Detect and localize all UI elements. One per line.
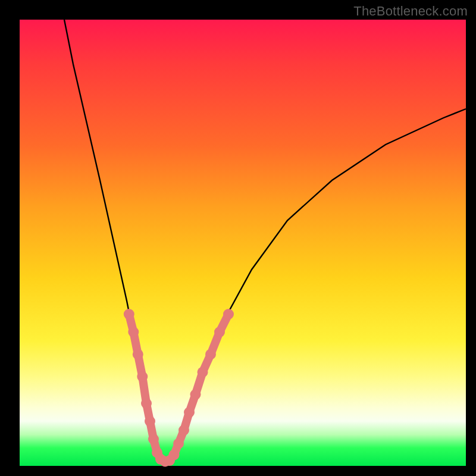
marker-dot [178, 425, 189, 436]
marker-dot [184, 407, 195, 418]
marker-dot [148, 434, 159, 444]
marker-dot [169, 449, 180, 460]
curve-markers [124, 309, 234, 467]
marker-dot [141, 398, 152, 409]
chart-svg [20, 20, 466, 466]
plot-area [20, 20, 466, 466]
marker-dot [124, 309, 134, 320]
curve-line [64, 20, 466, 462]
marker-dot [190, 389, 201, 400]
marker-dot [198, 367, 208, 378]
marker-dot [205, 349, 216, 360]
watermark-text: TheBottleneck.com [353, 4, 468, 19]
marker-dot [173, 439, 184, 449]
chart-frame: TheBottleneck.com [0, 0, 476, 476]
marker-dot [223, 309, 234, 320]
marker-dot [137, 371, 148, 382]
marker-dot [214, 327, 225, 337]
marker-dot [145, 416, 155, 427]
marker-dot [133, 349, 143, 360]
marker-dot [128, 327, 139, 337]
